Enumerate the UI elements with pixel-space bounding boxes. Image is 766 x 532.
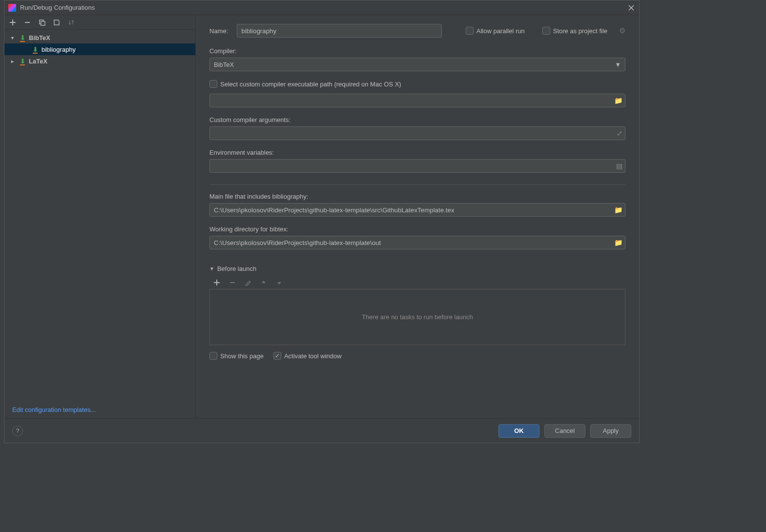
- move-up-icon: [259, 278, 268, 287]
- save-config-icon[interactable]: [52, 18, 61, 27]
- titlebar: Run/Debug Configurations: [4, 0, 639, 15]
- custom-args-input[interactable]: [209, 126, 625, 140]
- checkbox-icon: [209, 352, 217, 360]
- config-form: Name: Allow parallel run Store as projec…: [196, 15, 639, 418]
- tree-label: bibliography: [41, 46, 76, 53]
- allow-parallel-checkbox[interactable]: Allow parallel run: [466, 27, 525, 35]
- name-row: Name: Allow parallel run Store as projec…: [209, 24, 625, 38]
- triangle-down-icon: ▼: [209, 266, 214, 271]
- before-launch-list: There are no tasks to run before launch: [209, 289, 625, 345]
- close-icon[interactable]: [627, 4, 635, 12]
- sort-config-icon[interactable]: [67, 18, 76, 27]
- store-project-checkbox[interactable]: Store as project file: [542, 27, 607, 35]
- sidebar-toolbar: [4, 15, 195, 30]
- mainfile-label: Main file that includes bibliography:: [209, 193, 625, 200]
- config-tree: ▾ ⬇ BibTeX ⬇ bibliography ▸ ⬇ LaTeX: [4, 30, 195, 401]
- before-launch-toolbar: [209, 276, 625, 289]
- custom-compiler-path-input[interactable]: [209, 94, 625, 107]
- sidebar: ▾ ⬇ BibTeX ⬇ bibliography ▸ ⬇ LaTeX Edit…: [4, 15, 196, 418]
- ok-button[interactable]: OK: [498, 424, 539, 438]
- copy-config-icon[interactable]: [38, 18, 46, 27]
- tree-label: LaTeX: [29, 58, 47, 65]
- add-task-icon[interactable]: [212, 278, 221, 287]
- folder-icon[interactable]: 📁: [614, 97, 622, 104]
- env-label: Environment variables:: [209, 149, 625, 156]
- tree-label: BibTeX: [29, 34, 50, 41]
- bottom-options: Show this page Activate tool window: [209, 345, 625, 365]
- checkbox-icon: [466, 27, 474, 35]
- folder-icon[interactable]: 📁: [614, 239, 622, 246]
- dialog-body: ▾ ⬇ BibTeX ⬇ bibliography ▸ ⬇ LaTeX Edit…: [4, 15, 639, 418]
- custom-args-label: Custom compiler arguments:: [209, 116, 625, 123]
- workdir-label: Working directory for bibtex:: [209, 225, 625, 233]
- name-input[interactable]: [237, 24, 442, 38]
- checkbox-icon: [209, 80, 217, 88]
- list-icon[interactable]: ▤: [616, 162, 622, 170]
- mainfile-input[interactable]: [209, 203, 625, 217]
- chevron-down-icon: ▾: [11, 35, 17, 41]
- workdir-input[interactable]: [209, 236, 625, 249]
- before-launch-toggle[interactable]: ▼ Before launch: [209, 265, 625, 272]
- custom-compiler-label: Select custom compiler executable path (…: [220, 81, 401, 88]
- tex-icon: ⬇: [32, 46, 39, 53]
- run-debug-dialog: Run/Debug Configurations ▾ ⬇ BibTeX ⬇: [4, 0, 640, 443]
- apply-button[interactable]: Apply: [590, 424, 631, 438]
- remove-config-icon[interactable]: [23, 18, 32, 27]
- no-tasks-text: There are no tasks to run before launch: [362, 313, 473, 321]
- tree-node-bibtex[interactable]: ▾ ⬇ BibTeX: [4, 32, 195, 43]
- allow-parallel-label: Allow parallel run: [476, 27, 525, 35]
- add-config-icon[interactable]: [8, 18, 17, 27]
- env-input[interactable]: [209, 159, 625, 173]
- compiler-value: BibTeX: [214, 61, 234, 68]
- dialog-footer: ? OK Cancel Apply: [4, 418, 639, 443]
- chevron-right-icon: ▸: [11, 59, 17, 64]
- activate-tool-label: Activate tool window: [284, 352, 342, 360]
- compiler-select[interactable]: BibTeX ▼: [209, 58, 625, 71]
- custom-compiler-checkbox[interactable]: Select custom compiler executable path (…: [209, 80, 625, 88]
- store-project-label: Store as project file: [553, 27, 607, 35]
- separator: [209, 184, 625, 185]
- tex-icon: ⬇: [19, 34, 26, 41]
- name-label: Name:: [209, 27, 228, 35]
- cancel-button[interactable]: Cancel: [544, 424, 585, 438]
- edit-templates-link[interactable]: Edit configuration templates...: [4, 401, 195, 418]
- expand-icon[interactable]: ⤢: [617, 129, 622, 137]
- move-down-icon: [275, 278, 284, 287]
- chevron-down-icon: ▼: [615, 61, 621, 68]
- dialog-title: Run/Debug Configurations: [20, 4, 627, 11]
- svg-rect-1: [41, 21, 45, 25]
- checkbox-icon: [542, 27, 550, 35]
- tex-icon: ⬇: [19, 58, 26, 64]
- tree-node-bibliography[interactable]: ⬇ bibliography: [4, 43, 195, 55]
- show-page-checkbox[interactable]: Show this page: [209, 352, 264, 360]
- gear-icon[interactable]: ⚙: [619, 26, 625, 35]
- folder-icon[interactable]: 📁: [614, 206, 622, 214]
- edit-task-icon: [244, 278, 252, 287]
- checkbox-checked-icon: [273, 352, 281, 360]
- help-icon[interactable]: ?: [12, 426, 23, 436]
- show-page-label: Show this page: [220, 352, 264, 360]
- remove-task-icon: [228, 278, 237, 287]
- activate-tool-checkbox[interactable]: Activate tool window: [273, 352, 342, 360]
- tree-node-latex[interactable]: ▸ ⬇ LaTeX: [4, 55, 195, 67]
- before-launch-label: Before launch: [217, 265, 256, 272]
- app-icon: [8, 4, 16, 12]
- compiler-label: Compiler:: [209, 47, 625, 55]
